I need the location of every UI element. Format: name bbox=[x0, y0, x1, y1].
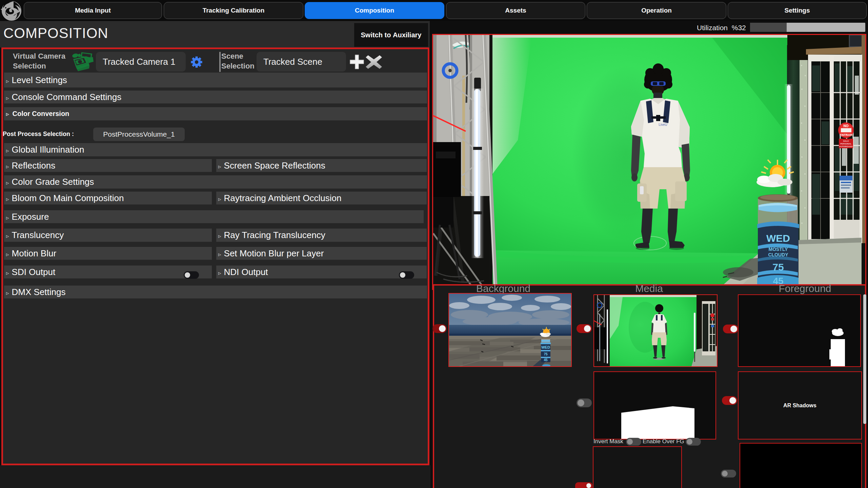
svg-text:PERSONAL: PERSONAL bbox=[840, 143, 852, 145]
svg-text:MOSTLY: MOSTLY bbox=[768, 247, 788, 252]
svg-text:SOLO: SOLO bbox=[843, 140, 849, 142]
svg-text:75: 75 bbox=[772, 261, 784, 273]
svg-text:45: 45 bbox=[544, 358, 548, 362]
svg-text:NO: NO bbox=[844, 124, 849, 128]
svg-text:75: 75 bbox=[544, 352, 548, 356]
svg-text:WED: WED bbox=[541, 345, 550, 349]
svg-text:WED: WED bbox=[766, 233, 790, 244]
svg-text:AUTORIZADO: AUTORIZADO bbox=[839, 145, 853, 148]
svg-text:LiveU: LiveU bbox=[659, 123, 667, 126]
svg-text:CLOUDY: CLOUDY bbox=[768, 252, 788, 257]
svg-text:ENTRAR: ENTRAR bbox=[840, 133, 852, 137]
